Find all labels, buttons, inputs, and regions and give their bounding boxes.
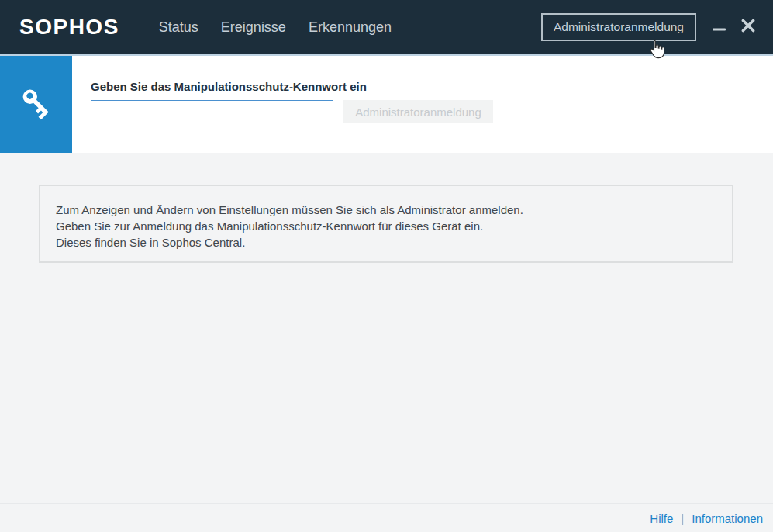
titlebar: SOPHOS Status Ereignisse Erkennungen Adm…	[0, 0, 773, 56]
nav-item-erkennungen[interactable]: Erkennungen	[309, 19, 392, 36]
admin-login-button[interactable]: Administratoranmeldung	[541, 13, 696, 41]
minimize-icon	[713, 20, 726, 34]
tamper-password-input[interactable]	[91, 100, 333, 123]
info-line: Geben Sie zur Anmeldung das Manipulation…	[56, 218, 716, 234]
tamper-password-form: Administratoranmeldung	[91, 100, 493, 123]
key-tile	[0, 56, 72, 153]
help-link[interactable]: Hilfe	[650, 512, 673, 525]
minimize-button[interactable]	[704, 12, 733, 42]
informationen-link[interactable]: Informationen	[692, 512, 763, 525]
info-line: Dieses finden Sie in Sophos Central.	[56, 234, 716, 250]
close-button[interactable]	[733, 12, 763, 42]
tamper-password-heading: Geben Sie das Manipulationsschutz-Kennwo…	[91, 80, 493, 93]
close-icon	[741, 19, 755, 36]
titlebar-right: Administratoranmeldung	[541, 12, 763, 42]
nav-item-ereignisse[interactable]: Ereignisse	[221, 19, 286, 36]
tamper-panel-body: Geben Sie das Manipulationsschutz-Kennwo…	[72, 56, 493, 153]
nav-item-status[interactable]: Status	[159, 19, 198, 36]
footer: Hilfe | Informationen	[0, 503, 773, 532]
info-line: Zum Anzeigen und Ändern von Einstellunge…	[56, 202, 716, 218]
window-controls	[704, 12, 763, 42]
admin-info-box: Zum Anzeigen und Ändern von Einstellunge…	[39, 185, 733, 263]
admin-login-submit-button[interactable]: Administratoranmeldung	[343, 100, 493, 123]
tamper-protection-panel: Geben Sie das Manipulationsschutz-Kennwo…	[0, 56, 773, 153]
key-icon	[18, 85, 55, 125]
main-nav: Status Ereignisse Erkennungen	[159, 19, 392, 36]
footer-separator: |	[681, 512, 684, 525]
sophos-logo: SOPHOS	[19, 15, 119, 40]
